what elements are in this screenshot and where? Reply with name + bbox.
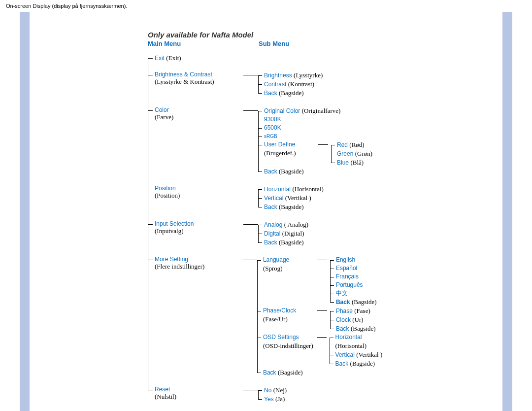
sub-column: Phase (Fase)Clock (Ur)Back (Bagside) [330,307,376,333]
sub-label: Back [264,204,277,210]
sub-paren: (Nej) [273,386,287,394]
sub-item: Horizontal (Horisontal) [330,333,395,350]
sub-item: 9300K [258,115,372,124]
sub-label: 6500K [264,124,281,131]
main-label-wrap: Position(Position) [155,185,243,200]
main-label-wrap: Color(Farve) [155,106,243,121]
sub-label: Horizontal [335,334,362,341]
sub-paren: ( Analog) [284,221,308,228]
sub-label: Back [264,90,277,97]
sub-paren: (Originalfarve) [302,107,341,114]
sub-item: Back (Bagside) [258,167,372,176]
sub-item: Analog ( Analog) [258,220,308,229]
main-paren: (Lysstyrke & Kontrast) [155,78,214,85]
level3: Red (Rød)Green (Grøn)Blue (Blå) [331,140,372,167]
sub-label: Language [263,256,289,263]
sub-paren: (Bagside) [279,203,304,210]
main-item-more: More Setting(Flere indstillinger)Languag… [148,256,394,377]
level3: Horizontal (Horisontal)Vertical (Vertika… [330,333,395,368]
sub-item: Digital (Digital) [258,229,308,238]
sub-menu-header: Sub Menu [259,40,289,47]
sub-column: Horizontal (Horisontal)Vertical (Vertika… [258,185,324,211]
sub-label: Horizontal [264,186,291,193]
sub-column: Horizontal (Horisontal)Vertical (Vertika… [330,333,395,368]
main-label-wrap: More Setting(Flere indstillinger) [155,256,242,271]
page-body: Only available for Nafta Model Main Menu… [0,12,532,411]
sub-label: No [264,387,271,394]
sub-item: Back (Bagside) [330,298,377,307]
sub-paren: (Blå) [350,159,364,166]
sub-label: Yes [264,396,274,403]
main-label-wrap: Exit (Exit) [155,54,243,62]
right-margin-bar [502,12,512,411]
sub-label: Español [336,265,357,272]
sub-label: Green [337,150,353,157]
column-headers: Main Menu Sub Menu [148,40,394,47]
sub-paren: (Kontrast) [288,80,314,88]
sub-label: Clock [336,316,351,323]
main-paren: (Position) [155,192,180,199]
sub-item: Vertical (Vertikal ) [258,194,324,203]
sub-label: Back [336,325,349,332]
connector [243,224,258,225]
sub-item: Phase/Clock(Fase/Ur)Phase (Fase)Clock (U… [257,307,394,333]
sub-item: Horizontal (Horisontal) [258,185,324,194]
level3: Phase (Fase)Clock (Ur)Back (Bagside) [330,307,376,333]
main-label: Position [155,185,176,192]
main-item-exit: Exit (Exit) [148,54,394,62]
sub-item: Phase (Fase) [330,307,376,315]
sub-paren: (Horisontal) [292,185,324,193]
main-label-wrap: Reset(Nulstil) [155,386,243,401]
sub-paren: (Bagside) [279,168,304,175]
sub-label: Blue [337,159,349,166]
sub-item: Back (Bagside) [257,368,394,377]
main-label: More Setting [155,256,188,263]
sub-paren: (Sprog) [263,265,283,272]
sub-label: Phase [336,308,353,314]
sub-column: Red (Rød)Green (Grøn)Blue (Blå) [331,140,372,167]
sub-item: Back (Bagside) [258,203,324,211]
sub-paren: (Ur) [352,316,363,323]
sub-label: Português [336,281,363,288]
sub-label: Contrast [264,81,286,88]
sub-label: OSD Settings [263,334,299,341]
sub-item: Back (Bagside) [258,89,323,98]
sub-label: Vertical [335,351,355,358]
sub-item: Red (Rød) [331,140,372,149]
sub-paren: (Rød) [349,141,364,148]
sub-paren: (Vertikal ) [356,351,382,358]
sub-paren: (Horisontal) [335,342,367,349]
content-area: Only available for Nafta Model Main Menu… [30,12,502,411]
main-item-color: Color(Farve)Original Color (Originalfarv… [148,106,394,176]
sub-item: 6500K [258,124,372,132]
sub-item: Français [330,273,377,281]
sub-item: User Define(Brugerdef.)Red (Rød)Green (G… [258,140,372,167]
sub-label: Brightness [264,72,292,79]
main-menu-header: Main Menu [148,40,259,47]
sub-label: Digital [264,230,280,237]
sub-label: Phase/Clock [263,307,296,314]
sub-paren: (OSD-indstillinger) [263,342,313,349]
sub-item: sRGB [258,132,372,140]
sub-paren: (Digital) [282,230,304,237]
sub-label: Français [336,273,359,280]
sub-item: 中文 [330,289,377,298]
sub-item: Español [330,264,377,273]
main-label: Brightness & Contrast [155,71,212,78]
sub-label: Vertical [264,195,283,202]
sub-label: Back [335,360,349,367]
sub-paren: (Bagside) [279,89,304,97]
sub-item: Vertical (Vertikal ) [330,350,395,359]
sub-column: Original Color (Originalfarve)9300K6500K… [258,106,372,176]
sub-label: Back [336,299,350,306]
main-item-pos: Position(Position)Horizontal (Horisontal… [148,185,394,211]
sub-label: 中文 [336,290,348,297]
model-note: Only available for Nafta Model [148,31,394,39]
sub-item: Language(Sprog)EnglishEspañolFrançaisPor… [257,256,394,307]
sub-paren: (Vertikal ) [285,194,311,202]
sub-item: Clock (Ur) [330,315,376,324]
sub-item: Blue (Blå) [331,158,372,167]
sub-item: Back (Bagside) [330,359,395,368]
sub-paren: (Bagside) [350,360,375,367]
sub-column: Brightness (Lysstyrke)Contrast (Kontrast… [258,71,323,98]
